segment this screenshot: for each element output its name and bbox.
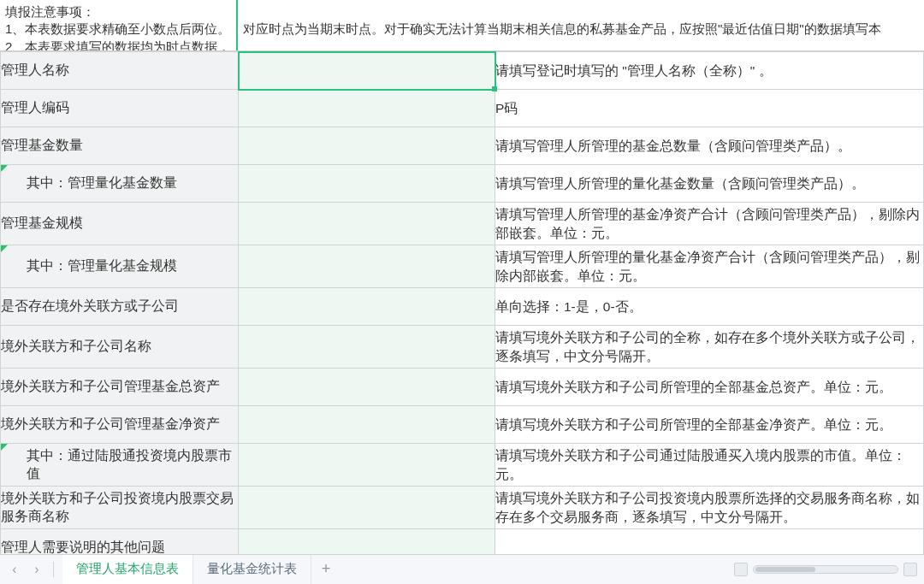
field-input[interactable] <box>239 203 495 245</box>
form-row: 境外关联方和子公司管理基金净资产请填写境外关联方和子公司所管理的全部基金净资产。… <box>1 406 924 444</box>
field-label-text: 境外关联方和子公司名称 <box>1 339 151 353</box>
tab-nav-next[interactable]: › <box>26 558 48 581</box>
notice-line-1: 1、本表数据要求精确至小数点后两位。 <box>5 21 230 36</box>
field-label: 管理基金规模 <box>1 203 239 245</box>
notice-title: 填报注意事项： <box>5 4 95 19</box>
field-input[interactable] <box>239 529 495 554</box>
sheet-tab[interactable]: 管理人基本信息表 <box>62 555 193 584</box>
field-label: 境外关联方和子公司管理基金总资产 <box>1 369 239 406</box>
sheet-tab-bar: ‹ › 管理人基本信息表量化基金统计表 + <box>0 554 924 584</box>
form-row: 其中：通过陆股通投资境内股票市值请填写境外关联方和子公司通过陆股通买入境内股票的… <box>1 444 924 487</box>
spreadsheet-grid[interactable]: 填报注意事项： 1、本表数据要求精确至小数点后两位。 2、本表要求填写的数据均为… <box>0 0 924 554</box>
field-hint: 请填写登记时填写的 "管理人名称（全称）" 。 <box>495 52 924 90</box>
field-label: 是否存在境外关联方或子公司 <box>1 288 239 326</box>
field-label: 其中：管理量化基金数量 <box>1 165 239 203</box>
tab-nav-separator <box>53 562 54 577</box>
field-label-text: 管理基金规模 <box>1 215 83 230</box>
field-label-text: 管理人名称 <box>1 62 69 77</box>
field-input[interactable] <box>239 127 495 165</box>
add-sheet-button[interactable]: + <box>311 555 341 584</box>
form-row: 是否存在境外关联方或子公司单向选择：1-是，0-否。 <box>1 288 924 326</box>
field-label-text: 境外关联方和子公司管理基金总资产 <box>1 379 220 393</box>
form-row: 管理人编码P码 <box>1 90 924 127</box>
field-label: 管理基金数量 <box>1 127 239 165</box>
field-label-text: 其中：管理量化基金数量 <box>1 174 177 192</box>
notice-line-2: 2、本表要求填写的数据均为时点数据， <box>5 39 230 51</box>
field-hint: 请填写境外关联方和子公司通过陆股通买入境内股票的市值。单位：元。 <box>495 444 924 487</box>
field-input[interactable] <box>239 487 495 529</box>
tab-nav-prev[interactable]: ‹ <box>3 558 26 581</box>
hscroll-thumb[interactable] <box>755 567 815 572</box>
field-input[interactable] <box>239 326 495 369</box>
form-row: 管理基金数量请填写管理人所管理的基金总数量（含顾问管理类产品）。 <box>1 127 924 165</box>
field-input[interactable] <box>239 165 495 203</box>
field-label-text: 管理基金数量 <box>1 138 83 152</box>
form-row: 境外关联方和子公司投资境内股票交易服务商名称请填写境外关联方和子公司投资境内股票… <box>1 487 924 529</box>
field-label: 管理人名称 <box>1 52 239 90</box>
field-label-text: 其中：管理量化基金规模 <box>1 257 177 275</box>
field-hint: 请填写管理人所管理的基金净资产合计（含顾问管理类产品），剔除内部嵌套。单位：元。 <box>495 203 924 245</box>
sheet-tabs: 管理人基本信息表量化基金统计表 <box>62 555 311 584</box>
form-row: 其中：管理量化基金数量请填写管理人所管理的量化基金数量（含顾问管理类产品）。 <box>1 165 924 203</box>
field-hint: 请填写境外关联方和子公司所管理的全部基金净资产。单位：元。 <box>495 406 924 444</box>
field-label: 其中：管理量化基金规模 <box>1 245 239 288</box>
field-hint: 请填写境外关联方和子公司所管理的全部基金总资产。单位：元。 <box>495 369 924 406</box>
field-input[interactable] <box>239 406 495 444</box>
field-label: 管理人需要说明的其他问题 <box>1 529 239 554</box>
notice-row: 填报注意事项： 1、本表数据要求精确至小数点后两位。 2、本表要求填写的数据均为… <box>0 0 924 51</box>
field-input[interactable] <box>239 52 495 90</box>
field-hint: 请填写管理人所管理的基金总数量（含顾问管理类产品）。 <box>495 127 924 165</box>
sheet-tab[interactable]: 量化基金统计表 <box>193 555 311 584</box>
field-label-text: 境外关联方和子公司投资境内股票交易服务商名称 <box>1 491 234 523</box>
field-label: 境外关联方和子公司投资境内股票交易服务商名称 <box>1 487 239 529</box>
field-hint: 请填写境外关联方和子公司投资境内股票所选择的交易服务商名称，如存在多个交易服务商… <box>495 487 924 529</box>
field-input[interactable] <box>239 444 495 487</box>
form-row: 管理人名称请填写登记时填写的 "管理人名称（全称）" 。 <box>1 52 924 90</box>
field-label: 境外关联方和子公司名称 <box>1 326 239 369</box>
hscroll-left-button[interactable] <box>734 563 748 576</box>
field-hint: 单向选择：1-是，0-否。 <box>495 288 924 326</box>
field-label: 境外关联方和子公司管理基金净资产 <box>1 406 239 444</box>
horizontal-scroll <box>727 555 924 584</box>
tab-nav: ‹ › <box>0 555 62 584</box>
field-input[interactable] <box>239 90 495 127</box>
field-label-text: 管理人编码 <box>1 100 69 115</box>
notice-right: 对应时点为当期末时点。对于确实无法计算当期末相关信息的私募基金产品，应按照"最近… <box>238 0 924 50</box>
field-label-text: 境外关联方和子公司管理基金净资产 <box>1 416 220 431</box>
hscroll-track[interactable] <box>753 565 898 574</box>
field-hint: 请填写管理人所管理的量化基金数量（含顾问管理类产品）。 <box>495 165 924 203</box>
form-row: 境外关联方和子公司名称请填写境外关联方和子公司的全称，如存在多个境外关联方或子公… <box>1 326 924 369</box>
field-input[interactable] <box>239 245 495 288</box>
field-hint: P码 <box>495 90 924 127</box>
form-table: 管理人名称请填写登记时填写的 "管理人名称（全称）" 。管理人编码P码管理基金数… <box>0 51 924 554</box>
field-label-text: 管理人需要说明的其他问题 <box>1 540 165 554</box>
form-row: 管理基金规模请填写管理人所管理的基金净资产合计（含顾问管理类产品），剔除内部嵌套… <box>1 203 924 245</box>
form-row: 境外关联方和子公司管理基金总资产请填写境外关联方和子公司所管理的全部基金总资产。… <box>1 369 924 406</box>
form-row: 管理人需要说明的其他问题 <box>1 529 924 554</box>
form-row: 其中：管理量化基金规模请填写管理人所管理的量化基金净资产合计（含顾问管理类产品）… <box>1 245 924 288</box>
notice-left: 填报注意事项： 1、本表数据要求精确至小数点后两位。 2、本表要求填写的数据均为… <box>0 0 238 50</box>
field-label: 管理人编码 <box>1 90 239 127</box>
field-hint: 请填写管理人所管理的量化基金净资产合计（含顾问管理类产品），剔除内部嵌套。单位：… <box>495 245 924 288</box>
field-label-text: 其中：通过陆股通投资境内股票市值 <box>1 447 238 483</box>
field-input[interactable] <box>239 288 495 326</box>
hscroll-right-button[interactable] <box>903 563 917 576</box>
field-hint: 请填写境外关联方和子公司的全称，如存在多个境外关联方或子公司，逐条填写，中文分号… <box>495 326 924 369</box>
field-hint <box>495 529 924 554</box>
field-label: 其中：通过陆股通投资境内股票市值 <box>1 444 239 487</box>
field-input[interactable] <box>239 369 495 406</box>
field-label-text: 是否存在境外关联方或子公司 <box>1 298 179 313</box>
